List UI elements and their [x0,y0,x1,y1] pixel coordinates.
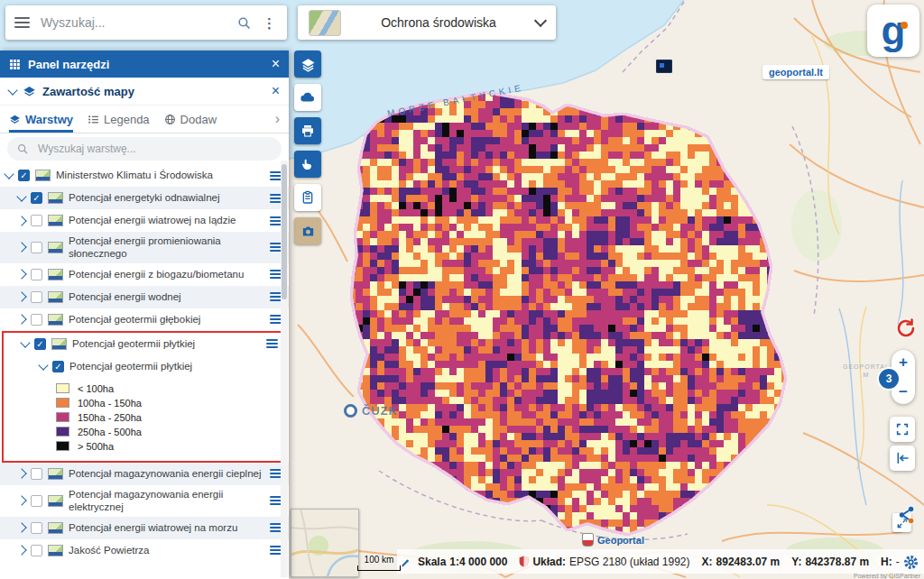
layer-checkbox[interactable] [31,495,42,507]
previous-extent-button[interactable] [890,446,915,471]
scrollbar-thumb[interactable] [282,164,287,299]
tabs-scroll-right-icon[interactable]: › [275,111,280,127]
tab-dodawanie[interactable]: Dodaw [164,106,217,133]
layer-row[interactable]: Potencjał energii z biogazu/biometanu [0,263,289,286]
layer-thumbnail-icon [48,269,63,280]
layer-search-box [7,137,282,161]
layers-icon [300,57,316,72]
section-title: Zawartość mapy [42,85,265,98]
scale-readout[interactable]: Skala 1:4 000 000 [418,556,507,568]
share-button[interactable] [897,505,917,525]
clipboard-tool-button[interactable] [294,184,321,211]
layer-checkbox[interactable]: ✓ [31,192,42,204]
layer-row[interactable]: Jakość Powietrza [0,539,289,562]
layer-row[interactable]: ✓ Potencjał geotermii płytkiej [4,355,285,378]
chevron-right-icon[interactable] [16,315,26,325]
search-input[interactable] [39,14,227,31]
chevron-right-icon[interactable] [16,270,26,280]
camera-tool-button[interactable] [294,217,321,244]
layer-checkbox[interactable] [31,522,42,534]
crs-readout[interactable]: Układ: EPSG 2180 (układ 1992) [519,556,689,568]
layer-checkbox[interactable]: ✓ [34,338,46,350]
chevron-right-icon[interactable] [16,495,26,505]
layer-row[interactable]: ✓ Potencjał geotermii płytkiej [4,333,285,355]
layers-tool-button[interactable] [294,51,321,78]
layer-row[interactable]: ✓ Potencjał energetyki odnawialnej [0,187,289,209]
fullscreen-button[interactable] [890,417,915,442]
layer-checkbox[interactable] [31,545,42,556]
layer-checkbox[interactable] [31,215,42,226]
geoportal-logo: g [882,13,906,49]
layer-thumbnail-icon [48,495,63,507]
highlighted-layer-group: ✓ Potencjał geotermii płytkiej ✓ Potencj… [2,331,287,463]
map-tools-toolbar [294,51,321,244]
layer-checkbox[interactable] [31,242,42,253]
section-close-icon[interactable]: × [272,84,280,98]
geoportal-flag-icon [582,533,594,547]
crs-shield-icon [519,556,529,567]
chevron-right-icon[interactable] [16,545,26,555]
hamburger-menu-icon[interactable] [14,17,30,28]
hand-pointer-icon [300,157,315,171]
panel-title: Panel narzędzi [28,58,264,71]
layer-thumbnail-icon [48,522,63,534]
layer-checkbox[interactable] [31,314,42,326]
layer-row[interactable]: Potencjał energii wiatrowej na lądzie [0,209,289,232]
zoom-in-button[interactable]: + [899,354,908,370]
more-options-icon[interactable]: ⋮ [261,16,278,30]
chevron-right-icon[interactable] [16,469,26,479]
scalebar-toggle-icon[interactable] [402,559,409,566]
chevron-down-icon[interactable] [38,360,48,370]
layer-row[interactable]: Potencjał magazynowania energii cieplnej [0,463,289,485]
geoportal-lt-label[interactable]: geoportal.lt [762,65,829,79]
minimap-content [291,510,358,576]
layer-checkbox[interactable] [31,291,42,303]
panel-scrollbar[interactable] [281,161,288,577]
overview-minimap[interactable] [291,509,359,577]
powered-by-label: Powered by GISPartner [854,573,920,579]
touch-tool-button[interactable] [294,151,321,178]
layer-row[interactable]: ✓ Ministerstwo Klimatu i Środowiska [0,164,289,187]
layer-row[interactable]: Potencjał energii promieniowania słonecz… [0,232,289,263]
tab-legenda[interactable]: Legenda [88,106,150,133]
legend-swatch [56,383,69,393]
layer-row[interactable]: Potencjał geotermii głębokiej [0,308,289,331]
layer-checkbox[interactable] [31,269,42,280]
layer-thumbnail-icon [48,291,63,303]
layer-legend: < 100ha 100ha - 150ha 150ha - 250ha 250h… [4,378,285,461]
chevron-right-icon[interactable] [16,216,26,225]
coordinate-x: X: 892483.07 m [702,556,781,568]
search-icon [16,142,29,155]
panel-close-icon[interactable]: × [272,57,280,71]
legend-item: 150ha - 250ha [56,410,285,425]
chevron-down-icon[interactable] [20,337,30,347]
print-tool-button[interactable] [294,117,321,144]
context-selector[interactable]: Ochrona środowiska [298,5,556,40]
chevron-right-icon[interactable] [16,292,26,302]
cloud-tool-button[interactable] [294,84,321,111]
refresh-map-button[interactable] [895,317,917,339]
layer-checkbox[interactable] [31,468,42,480]
layer-checkbox[interactable]: ✓ [18,170,30,181]
settings-gear-icon[interactable] [903,555,919,570]
chevron-right-icon[interactable] [16,243,26,253]
tab-warstwy[interactable]: Warstwy [9,106,73,133]
zoom-out-button[interactable]: − [899,384,908,400]
chevron-down-icon[interactable] [7,85,17,95]
layer-row[interactable]: Potencjał energii wiatrowej na morzu [0,517,289,539]
layer-row[interactable]: Potencjał magazynowania energii elektryc… [0,485,289,517]
chevron-right-icon[interactable] [16,522,26,532]
arrow-back-icon [895,451,910,465]
search-icon[interactable] [236,15,252,31]
layer-tree: ✓ Ministerstwo Klimatu i Środowiska ✓ Po… [0,164,289,579]
row-menu-icon[interactable] [266,339,278,348]
camera-icon [300,224,316,239]
legend-swatch [56,412,69,422]
geoportal-logo-button[interactable]: g [867,5,919,57]
layer-row[interactable]: Potencjał energii wodnej [0,286,289,308]
chevron-down-icon[interactable] [16,191,26,201]
layer-search-input[interactable] [36,142,273,156]
legend-item: 250ha - 500ha [56,425,285,439]
layer-checkbox[interactable]: ✓ [52,361,64,372]
chevron-down-icon[interactable] [4,169,14,179]
